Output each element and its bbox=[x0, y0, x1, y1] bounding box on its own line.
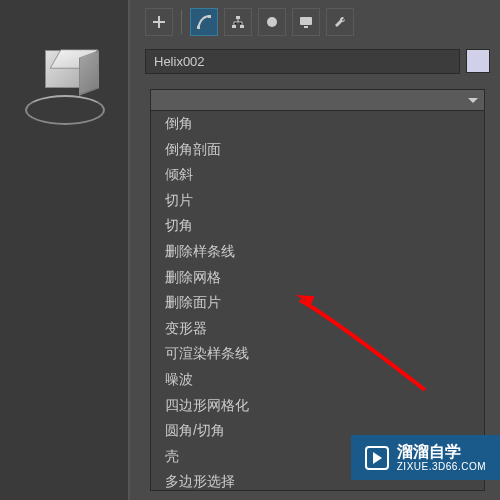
modifier-dropdown-header[interactable] bbox=[150, 89, 485, 111]
command-panel-tabs bbox=[135, 0, 500, 44]
chevron-down-icon bbox=[468, 98, 478, 103]
display-tab[interactable] bbox=[292, 8, 320, 36]
svg-rect-2 bbox=[236, 16, 240, 19]
watermark-url: ZIXUE.3D66.COM bbox=[397, 461, 486, 472]
modifier-item[interactable]: 切片 bbox=[151, 188, 484, 214]
modifier-item[interactable]: 噪波 bbox=[151, 367, 484, 393]
modifier-item[interactable]: 可渲染样条线 bbox=[151, 341, 484, 367]
watermark-title: 溜溜自学 bbox=[397, 443, 486, 461]
modify-tab[interactable] bbox=[190, 8, 218, 36]
modifier-list[interactable]: 倒角 倒角剖面 倾斜 切片 切角 删除样条线 删除网格 删除面片 变形器 可渲染… bbox=[150, 111, 485, 491]
svg-rect-4 bbox=[240, 25, 244, 28]
play-icon bbox=[365, 446, 389, 470]
svg-rect-0 bbox=[197, 26, 200, 29]
modifier-item[interactable]: 删除面片 bbox=[151, 290, 484, 316]
object-color-swatch[interactable] bbox=[466, 49, 490, 73]
viewport-cube[interactable] bbox=[20, 40, 110, 130]
motion-tab[interactable] bbox=[258, 8, 286, 36]
hierarchy-tab[interactable] bbox=[224, 8, 252, 36]
modifier-item[interactable]: 切角 bbox=[151, 213, 484, 239]
modifier-item[interactable]: 删除样条线 bbox=[151, 239, 484, 265]
modifier-item[interactable]: 倒角 bbox=[151, 111, 484, 137]
svg-rect-1 bbox=[208, 15, 211, 18]
svg-point-5 bbox=[267, 17, 277, 27]
svg-rect-6 bbox=[300, 17, 312, 25]
modifier-item[interactable]: 倾斜 bbox=[151, 162, 484, 188]
watermark: 溜溜自学 ZIXUE.3D66.COM bbox=[351, 435, 500, 480]
svg-rect-3 bbox=[232, 25, 236, 28]
modifier-item[interactable]: 四边形网格化 bbox=[151, 393, 484, 419]
svg-rect-7 bbox=[304, 26, 308, 28]
modifier-item[interactable]: 删除网格 bbox=[151, 265, 484, 291]
object-name-input[interactable] bbox=[145, 49, 460, 74]
modifier-item[interactable]: 变形器 bbox=[151, 316, 484, 342]
modifier-item[interactable]: 倒角剖面 bbox=[151, 137, 484, 163]
create-tab[interactable] bbox=[145, 8, 173, 36]
utilities-tab[interactable] bbox=[326, 8, 354, 36]
